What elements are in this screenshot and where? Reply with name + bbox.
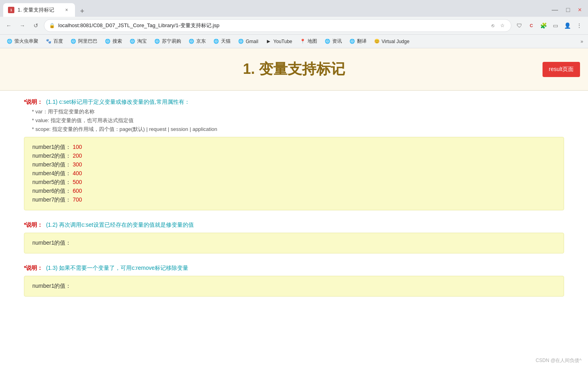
secure-icon: 🔒 — [49, 23, 55, 28]
sub-note-1-1: * value: 指定变量的值，也可用表达式指定值 — [32, 117, 564, 124]
bookmark-baidu[interactable]: 🐾 百度 — [42, 36, 66, 46]
bookmark-favicon-jd: 🌐 — [188, 38, 195, 45]
bookmark-favicon-news: 🌐 — [324, 38, 331, 45]
bookmark-label-search: 搜索 — [112, 38, 122, 45]
url-text: localhost:8081/C08_D07_JSTL_Core_Tag_Lib… — [58, 22, 485, 29]
box-row-1-6: number7的值： 700 — [32, 196, 556, 204]
bookmark-gmail[interactable]: 🌐 Gmail — [235, 37, 261, 46]
sidebar-icon[interactable]: ▭ — [550, 20, 561, 31]
bookmark-news[interactable]: 🌐 资讯 — [321, 36, 345, 46]
bookmark-label-maps: 地图 — [308, 38, 317, 45]
new-tab-button[interactable]: + — [77, 6, 88, 17]
share-icon[interactable]: ⎋ — [489, 22, 497, 30]
box-row-label-1-0: number1的值： — [32, 144, 71, 150]
bookmark-favicon-baidu: 🐾 — [45, 38, 52, 45]
content-area: *说明： (1.1) c:set标记用于定义变量或修改变量的值,常用属性有： *… — [0, 99, 588, 297]
csdn-icon[interactable]: C — [526, 20, 537, 31]
tab-title: 1. 变量支持标记 — [18, 6, 60, 14]
bookmark-label-jd: 京东 — [196, 38, 206, 45]
bookmark-suning[interactable]: 🌐 苏宁易购 — [151, 36, 184, 46]
result-button[interactable]: result页面 — [543, 62, 580, 77]
bookmark-label-suning: 苏宁易购 — [162, 38, 181, 45]
bookmark-favicon-youtube: ▶ — [265, 38, 272, 45]
bookmark-vj[interactable]: 😊 Virtual Judge — [371, 37, 413, 46]
box-row-label-1-4: number5的值： — [32, 179, 71, 185]
shield-icon[interactable]: 🛡 — [514, 20, 525, 31]
bookmark-label-vj: Virtual Judge — [382, 39, 410, 44]
address-bar[interactable]: 🔒 localhost:8081/C08_D07_JSTL_Core_Tag_L… — [44, 19, 511, 32]
note-line-2: *说明： (1.2) 再次调用c:set设置已经存在的变量的值就是修变量的值 — [24, 222, 564, 229]
yellow-box-2: number1的值： — [24, 233, 564, 253]
yellow-box-3: number1的值： — [24, 276, 564, 297]
bookmark-search[interactable]: 🌐 搜索 — [101, 36, 125, 46]
bookmark-label-gmail: Gmail — [246, 39, 258, 44]
tab-close-button[interactable]: × — [63, 6, 70, 14]
bookmark-youtube[interactable]: ▶ YouTube — [262, 37, 295, 46]
bookmark-label-baidu: 百度 — [53, 38, 63, 45]
extensions-icon[interactable]: 🧩 — [538, 20, 549, 31]
bookmark-label-tianmao: 天猫 — [221, 38, 231, 45]
bookmark-tianmao[interactable]: 🌐 天猫 — [210, 36, 234, 46]
box-row-1-4: number5的值： 500 — [32, 179, 556, 186]
box-row-1-0: number1的值： 100 — [32, 144, 556, 151]
bookmark-maps[interactable]: 📍 地图 — [296, 36, 320, 46]
page-title: 1. 变量支持标记 — [8, 59, 580, 79]
bookmark-huochong[interactable]: 🌐 萤火虫串聚 — [3, 36, 41, 46]
bookmark-label-news: 资讯 — [332, 38, 342, 45]
bookmark-favicon-suning: 🌐 — [154, 38, 160, 45]
bookmarks-more-button[interactable]: » — [579, 37, 585, 46]
note-text-1: (1.1) c:set标记用于定义变量或修改变量的值,常用属性有： — [46, 99, 189, 106]
bookmark-favicon-vj: 😊 — [374, 38, 380, 45]
box-row-1-3: number4的值： 400 — [32, 170, 556, 177]
box-row-label-1-3: number4的值： — [32, 170, 71, 176]
bookmark-icon[interactable]: ☆ — [498, 22, 506, 30]
back-button[interactable]: ← — [3, 20, 14, 31]
bookmark-favicon-huochong: 🌐 — [6, 38, 13, 45]
bookmark-label-huochong: 萤火虫串聚 — [14, 38, 38, 45]
box-row-label-2-0: number1的值： — [32, 239, 71, 246]
note-label-2: *说明： — [24, 222, 43, 229]
box-row-1-1: number2的值： 200 — [32, 152, 556, 160]
toolbar-icons: 🛡 C 🧩 ▭ 👤 ⋮ — [514, 20, 585, 31]
account-icon[interactable]: 👤 — [562, 20, 573, 31]
box-row-label-1-2: number3的值： — [32, 161, 71, 168]
bookmark-favicon-maps: 📍 — [300, 38, 306, 45]
active-tab[interactable]: 1 1. 变量支持标记 × — [3, 3, 75, 17]
box-row-value-1-0: 100 — [73, 144, 82, 150]
minimize-icon[interactable]: — — [550, 5, 560, 15]
page-header: 1. 变量支持标记 — [0, 48, 588, 91]
note-text-2: (1.2) 再次调用c:set设置已经存在的变量的值就是修变量的值 — [46, 222, 193, 229]
box-row-label-3-0: number1的值： — [32, 283, 71, 289]
box-row-value-1-6: 700 — [73, 196, 82, 203]
refresh-button[interactable]: ↺ — [30, 20, 41, 31]
bookmark-favicon-search: 🌐 — [105, 38, 111, 45]
address-bar-icons: ⎋ ☆ — [489, 22, 506, 30]
close-window-icon[interactable]: × — [576, 5, 583, 15]
note-line-1: *说明： (1.1) c:set标记用于定义变量或修改变量的值,常用属性有： — [24, 99, 564, 106]
box-row-value-1-1: 200 — [73, 152, 82, 159]
bookmark-favicon-gmail: 🌐 — [238, 38, 244, 45]
maximize-icon[interactable]: □ — [564, 5, 572, 15]
box-row-3-0: number1的值： — [32, 283, 556, 290]
bookmark-jd[interactable]: 🌐 京东 — [185, 36, 209, 46]
section-3: *说明： (1.3) 如果不需要一个变量了，可用c:remove标记移除变量 n… — [24, 265, 564, 297]
yellow-box-1: number1的值： 100 number2的值： 200 number3的值：… — [24, 137, 564, 210]
bookmarks-bar: 🌐 萤火虫串聚 🐾 百度 🌐 阿里巴巴 🌐 搜索 🌐 淘宝 🌐 苏宁易购 🌐 京… — [0, 34, 588, 48]
box-row-value-1-2: 300 — [73, 161, 82, 168]
box-row-label-1-5: number6的值： — [32, 188, 71, 194]
bookmark-favicon-taobao: 🌐 — [129, 38, 136, 45]
bookmark-taobao[interactable]: 🌐 淘宝 — [126, 36, 150, 46]
section-2: *说明： (1.2) 再次调用c:set设置已经存在的变量的值就是修变量的值 n… — [24, 222, 564, 253]
section-1: *说明： (1.1) c:set标记用于定义变量或修改变量的值,常用属性有： *… — [24, 99, 564, 210]
box-row-1-5: number6的值： 600 — [32, 188, 556, 195]
menu-icon[interactable]: ⋮ — [574, 20, 585, 31]
note-text-3: (1.3) 如果不需要一个变量了，可用c:remove标记移除变量 — [46, 265, 188, 272]
box-row-2-0: number1的值： — [32, 239, 556, 247]
bookmark-translate[interactable]: 🌐 翻译 — [346, 36, 370, 46]
box-row-1-2: number3的值： 300 — [32, 161, 556, 168]
page-header-wrapper: 1. 变量支持标记 result页面 — [0, 48, 588, 91]
bookmark-alibaba[interactable]: 🌐 阿里巴巴 — [67, 36, 101, 46]
bookmark-label-youtube: YouTube — [273, 39, 292, 44]
box-row-label-1-6: number7的值： — [32, 196, 71, 203]
forward-button[interactable]: → — [17, 20, 28, 31]
